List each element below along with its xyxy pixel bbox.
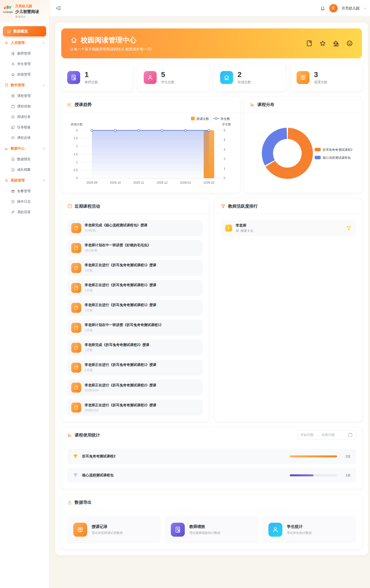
sidebar-item-0-2[interactable]: 班级管理: [0, 69, 49, 80]
export-desc: 导出所有授课记录数据: [92, 531, 123, 535]
sidebar-group-1[interactable]: 教学管理: [0, 80, 49, 91]
logo-bars-icon: [3, 5, 13, 10]
stat-icon-wrap: [297, 71, 309, 84]
sidebar-item-3-0[interactable]: 套餐管理: [0, 186, 49, 196]
stat-label: 教师总数: [85, 80, 98, 84]
svg-text:2.5: 2.5: [73, 137, 78, 140]
open-book-icon: [11, 94, 15, 98]
id-card-icon: [174, 526, 181, 533]
banner-decor-icons: [306, 40, 353, 47]
stat-icon-wrap: [144, 71, 157, 84]
avatar[interactable]: [329, 4, 338, 12]
legend-item-bar[interactable]: 授课次数: [191, 117, 209, 121]
notification-bell-icon[interactable]: [320, 6, 325, 11]
sidebar-item-0-1[interactable]: 学生管理: [0, 59, 49, 69]
trophy-icon: [346, 225, 352, 231]
notebook-icon: [74, 345, 78, 350]
sidebar-item-label: 班级管理: [17, 72, 31, 77]
calendar-icon: [11, 104, 15, 108]
logo-text: LeSingle: [3, 11, 13, 13]
download-icon: [67, 500, 72, 505]
svg-text:0: 0: [76, 176, 78, 180]
topbar: 月亮幼儿园: [49, 0, 370, 16]
gear-icon: [4, 178, 8, 182]
export-icon-wrap: [171, 523, 185, 537]
usage-progress-fill: [290, 455, 337, 457]
notebook-icon: [74, 266, 78, 270]
activity-icon-wrap: [71, 403, 81, 413]
sidebar-item-1-3[interactable]: 任务模板: [0, 122, 49, 133]
lesingle-logo: LeSingle: [3, 5, 13, 13]
id-card-icon: [11, 52, 15, 56]
svg-text:1: 1: [224, 167, 225, 170]
export-card-1[interactable]: 教师绩效 导出教师绩效统计数据: [165, 516, 258, 543]
sidebar-fold-icon[interactable]: [56, 5, 61, 11]
sidebar-item-1-2[interactable]: 阅读任务: [0, 112, 49, 122]
svg-text:3: 3: [76, 129, 78, 132]
sidebar-item-label: 课程排期: [17, 104, 31, 109]
bar-chart-icon: [250, 102, 255, 107]
svg-text:2025-09: 2025-09: [86, 181, 97, 184]
export-card-0[interactable]: 授课记录 导出所有授课记录数据: [67, 516, 161, 543]
sidebar-item-label: 教师管理: [17, 51, 31, 56]
stat-value: 5: [161, 71, 175, 79]
export-card-2[interactable]: 学生统计 导出学生统计数据: [262, 516, 356, 543]
sidebar-item-label: 成长档案: [17, 168, 31, 172]
sidebar-group-0[interactable]: 人员管理: [0, 37, 49, 48]
activity-item-3: 李老师正在进行《折耳兔奇奇测试课程1》授课 1天前: [67, 280, 203, 296]
sidebar-item-2-1[interactable]: 成长档案: [0, 165, 49, 175]
activity-title: 李老师正在进行《折耳兔奇奇测试课程1》授课: [85, 363, 156, 367]
chevron-down-icon[interactable]: [364, 6, 367, 10]
user-name[interactable]: 月亮幼儿园: [342, 6, 360, 11]
tool-icon: [11, 210, 15, 214]
sidebar-item-overview[interactable]: 数据概览: [3, 26, 46, 36]
sidebar-item-3-2[interactable]: 系统设置: [0, 207, 49, 217]
activity-time: 1天前: [85, 288, 156, 293]
sidebar-group-3[interactable]: 系统管理: [0, 175, 49, 186]
sidebar-item-1-1[interactable]: 课程排期: [0, 101, 49, 112]
svg-text:0.5: 0.5: [73, 168, 78, 172]
card-title-trend: 授课趋势: [75, 102, 92, 107]
legend-item-0[interactable]: 折耳兔奇奇测试课程2: [315, 148, 353, 152]
archive-icon: [11, 168, 15, 172]
sidebar-group-2[interactable]: 数据中心: [0, 143, 49, 154]
home-icon: [70, 36, 78, 44]
sidebar-item-1-0[interactable]: 课程管理: [0, 91, 49, 101]
activity-time: 18小时前: [85, 249, 151, 253]
sidebar-item-2-0[interactable]: 数据报告: [0, 154, 49, 165]
welcome-banner: 校园阅读管理中心 让每一个孩子都能享受阅读的快乐,智慧成长每一天!: [61, 28, 362, 58]
stat-value: 2: [238, 71, 251, 79]
sidebar-item-label: 任务模板: [17, 125, 31, 130]
open-book-icon: [300, 74, 306, 81]
sidebar-item-label: 数据报告: [17, 157, 31, 162]
notebook-icon: [74, 405, 78, 410]
line-point-2026-01: [185, 129, 187, 132]
svg-text:5: 5: [224, 129, 225, 132]
task-check-icon: [11, 115, 15, 119]
book-page-icon: [4, 83, 8, 87]
trophy-icon: [221, 204, 226, 209]
line-point-2025-10: [114, 129, 117, 132]
legend-item-line[interactable]: 学生数: [213, 117, 230, 120]
activity-title: 李老师正在进行《折耳兔奇奇测试课程2》授课: [85, 383, 156, 388]
activity-time: 3小时前: [85, 229, 147, 233]
person-icon: [11, 62, 15, 66]
calendar-icon: [67, 204, 72, 209]
date-range-picker[interactable]: 开始日期 → 结束日期: [297, 430, 356, 439]
sidebar-item-0-0[interactable]: 教师管理: [0, 48, 49, 59]
sidebar-item-label: 系统设置: [17, 210, 31, 214]
stat-label: 学生总数: [161, 80, 175, 84]
sidebar-item-3-1[interactable]: 操作日志: [0, 196, 49, 207]
activity-icon-wrap: [71, 263, 81, 273]
sidebar-item-1-4[interactable]: 课程反馈: [0, 133, 49, 143]
stat-icon-wrap: [67, 71, 80, 84]
activity-item-7: 李老师正在进行《折耳兔奇奇测试课程1》授课 2天前: [67, 360, 203, 376]
trend-chart-card: 授课趋势 32.521.510.505432102025-092025-1020…: [61, 97, 240, 193]
sidebar-group-label: 系统管理: [11, 178, 25, 183]
id-card-icon: [70, 74, 77, 81]
legend-item-1[interactable]: 核心流程测试课程包: [315, 156, 351, 160]
activities-list: 李老师完成《核心流程测试课程包》授课 3小时前 李老师计划在中一班讲授《好饿的毛…: [61, 214, 209, 421]
svg-text:2026-02: 2026-02: [203, 181, 214, 184]
avatar-person-icon: [331, 6, 336, 10]
activity-icon-wrap: [71, 323, 81, 333]
